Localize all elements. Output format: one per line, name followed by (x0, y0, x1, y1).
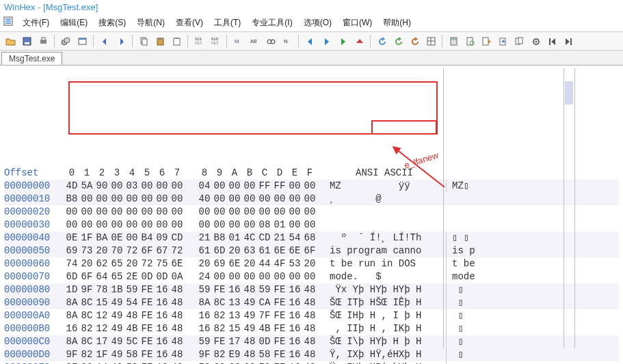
hex-byte[interactable]: 00 (79, 206, 94, 219)
hex-byte[interactable]: 01 (227, 232, 242, 244)
left-end-icon[interactable] (544, 34, 559, 48)
hex-byte[interactable]: B4 (140, 232, 155, 244)
hex-byte[interactable]: 6F (79, 270, 94, 283)
ascii-cell[interactable]: º ´ Í!¸ LÍ!Th (330, 232, 439, 244)
ascii-cell[interactable]: , IIþ H , IKþ H (330, 322, 439, 335)
hex-byte[interactable]: 73 (79, 244, 94, 257)
hex-byte[interactable]: 82 (79, 348, 94, 361)
hex-byte[interactable]: 00 (287, 193, 302, 206)
hex-byte[interactable]: 00 (109, 180, 124, 193)
hex-byte[interactable]: 58 (124, 361, 140, 364)
right-arrow-icon[interactable] (319, 34, 334, 48)
hex-byte[interactable]: 00 (94, 219, 109, 232)
hex-byte[interactable]: 6F (140, 244, 155, 257)
hex-byte[interactable]: 16 (287, 348, 302, 361)
hex-byte[interactable]: 59 (197, 283, 212, 296)
hex-row[interactable]: 0000005069732070726F6772616D2063616E6E6F… (4, 244, 619, 257)
hex-byte[interactable]: 59 (197, 335, 212, 348)
hex-byte[interactable]: 0D (155, 270, 170, 283)
hex-byte[interactable]: 15 (227, 322, 242, 335)
hex-byte[interactable]: 82 (212, 309, 227, 322)
hex-byte[interactable]: 9F (64, 348, 79, 361)
hex-byte[interactable]: 00 (272, 193, 287, 206)
hex-byte[interactable]: 00 (140, 180, 155, 193)
hex-row[interactable]: 0000002000000000000000000000000000000000 (4, 206, 619, 219)
hex-row[interactable]: 000000801D9F781B59FE164859FE164859FE1648… (4, 283, 619, 296)
hex-row[interactable]: 000000A08A8C124948FE1648168213497FFE1648… (4, 309, 619, 322)
disk-icon[interactable] (19, 34, 34, 48)
hex-byte[interactable]: 0D (140, 270, 155, 283)
hex-byte[interactable]: 75 (155, 257, 170, 270)
hex-row[interactable]: 00000010B8000000000000004000000000000000… (4, 193, 619, 206)
hex-byte[interactable]: 48 (170, 335, 185, 348)
hex-byte[interactable]: 00 (302, 270, 317, 283)
hex-byte[interactable]: 4B (257, 322, 272, 335)
hex-byte[interactable]: 54 (124, 296, 140, 309)
hex-byte[interactable]: 00 (155, 206, 170, 219)
hex-byte[interactable]: 1D (64, 283, 79, 296)
hex-byte[interactable]: 48 (170, 283, 185, 296)
hex-row[interactable]: 000000B0168212494BFE1648168215494BFE1648… (4, 322, 619, 335)
menu-tools[interactable]: 工具(T) (209, 16, 246, 30)
hex-byte[interactable]: FE (272, 283, 287, 296)
hex-byte[interactable]: 6F (302, 244, 317, 257)
hex-byte[interactable]: 49 (109, 335, 124, 348)
hex-byte[interactable]: 82 (212, 348, 227, 361)
hex-byte[interactable]: 58 (257, 348, 272, 361)
hex-byte[interactable]: 09 (155, 232, 170, 244)
hex-byte[interactable]: 82 (79, 361, 94, 364)
hex-byte[interactable]: FF (257, 180, 272, 193)
hex-byte[interactable]: 8C (79, 309, 94, 322)
hex-byte[interactable]: 16 (155, 335, 170, 348)
up-arrow-icon[interactable] (352, 34, 367, 48)
menu-file[interactable]: 文件(F) (18, 16, 54, 30)
open-folder-icon[interactable] (3, 34, 18, 48)
ascii-cell[interactable]: ¸ @ (330, 193, 439, 206)
ascii-cell[interactable]: Ÿ, IXþ HŸ,éHXþ H (330, 348, 439, 361)
hex-row[interactable]: 000000908A8C154954FE16488A8C1349CAFE1648… (4, 296, 619, 309)
hex-byte[interactable]: 12 (94, 309, 109, 322)
hex-byte[interactable]: 8A (197, 296, 212, 309)
hex-byte[interactable]: 16 (155, 296, 170, 309)
hex-byte[interactable]: 0A (170, 270, 185, 283)
hex-byte[interactable]: 00 (242, 193, 257, 206)
hex-byte[interactable]: 16 (64, 322, 79, 335)
hex-row[interactable]: 000000E09F82144958FE16485269636859FE1648… (4, 361, 619, 364)
hex-byte[interactable]: 68 (302, 232, 317, 244)
hex-ab-icon[interactable]: AB (247, 34, 262, 48)
hex-byte[interactable]: 13 (227, 309, 242, 322)
hex-byte[interactable]: 00 (257, 270, 272, 283)
hex-byte[interactable]: 00 (170, 219, 185, 232)
hex-row[interactable]: 000000C08A8C17495CFE164859FE17480DFE1648… (4, 335, 619, 348)
hex-byte[interactable]: 00 (124, 219, 140, 232)
hex-byte[interactable]: 49 (109, 296, 124, 309)
binoculars-icon[interactable] (263, 34, 278, 48)
hex-byte[interactable]: 00 (94, 193, 109, 206)
hex-byte[interactable]: 49 (109, 348, 124, 361)
hex-byte[interactable]: 7F (257, 309, 272, 322)
hex-byte[interactable]: 00 (64, 206, 79, 219)
hex-byte[interactable]: 00 (227, 193, 242, 206)
hex-byte[interactable]: 48 (242, 335, 257, 348)
hex-byte[interactable]: 00 (242, 180, 257, 193)
file-tab[interactable]: MsgTest.exe (1, 52, 62, 65)
hex-byte[interactable]: 6E (170, 257, 185, 270)
left-arrow-icon[interactable] (302, 34, 317, 48)
hex-byte[interactable]: 16 (155, 348, 170, 361)
hex-row[interactable]: 00000060742062652072756E20696E20444F5320… (4, 257, 619, 270)
hex-byte[interactable]: 00 (287, 180, 302, 193)
hex-byte[interactable]: FE (272, 361, 287, 364)
ascii-cell[interactable]: ŠŒ IHþ H , I þ H (330, 309, 439, 322)
hex-byte[interactable]: 72 (140, 257, 155, 270)
hex-byte[interactable]: 8A (64, 296, 79, 309)
hex-byte[interactable]: 16 (287, 283, 302, 296)
hex-byte[interactable]: 6E (287, 244, 302, 257)
hex-byte[interactable]: FE (140, 335, 155, 348)
hex-byte[interactable]: 65 (109, 257, 124, 270)
hex-byte[interactable]: 16 (287, 335, 302, 348)
page-right-icon[interactable] (479, 34, 494, 48)
hex-byte[interactable]: 59 (124, 283, 140, 296)
hex-byte[interactable]: FE (140, 296, 155, 309)
hex-byte[interactable]: 00 (212, 270, 227, 283)
disk-group-icon[interactable] (58, 34, 73, 48)
